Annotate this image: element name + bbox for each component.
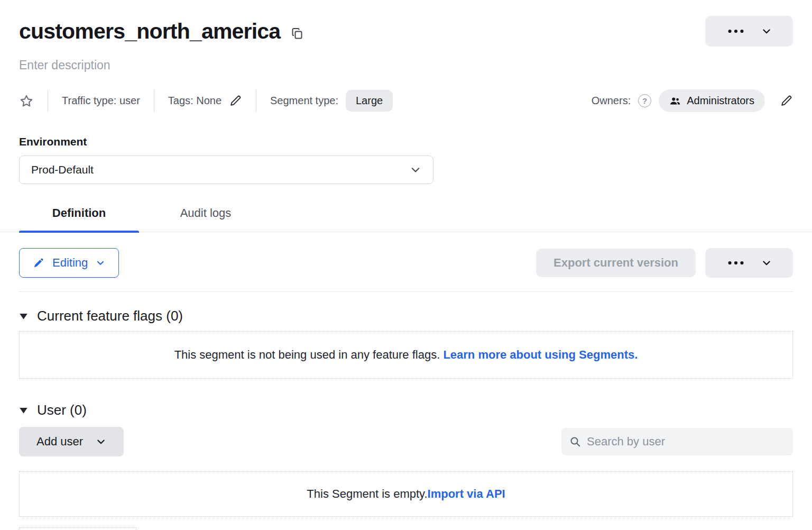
- owners-label: Owners:: [592, 95, 631, 107]
- user-empty-text: This Segment is empty.: [307, 487, 427, 500]
- pencil-icon: [33, 257, 44, 269]
- user-controls-row: Add user: [19, 427, 793, 456]
- triangle-down-icon[interactable]: [19, 313, 28, 320]
- traffic-type-label: Traffic type: user: [62, 95, 140, 107]
- search-by-user-input[interactable]: [587, 435, 786, 449]
- horizontal-divider: [19, 291, 793, 292]
- meta-row: Traffic type: user Tags: None Segment ty…: [19, 89, 793, 112]
- triangle-down-icon[interactable]: [19, 407, 28, 414]
- help-circle-icon[interactable]: ?: [638, 94, 651, 107]
- tab-definition[interactable]: Definition: [19, 206, 139, 232]
- add-user-label: Add user: [36, 435, 83, 449]
- segment-type-label: Segment type:: [270, 95, 338, 107]
- owners-group: Owners: ? Administrators: [592, 89, 793, 112]
- ellipsis-icon: [726, 29, 745, 33]
- environment-label: Environment: [19, 135, 793, 148]
- segment-detail-page: customers_north_america Enter descriptio…: [0, 0, 812, 530]
- ellipsis-icon: [726, 261, 745, 265]
- editing-mode-button[interactable]: Editing: [19, 248, 119, 278]
- environment-select[interactable]: Prod-Default: [19, 156, 433, 184]
- user-search: [561, 428, 793, 455]
- import-via-api-link[interactable]: Import via API: [428, 487, 505, 500]
- page-title: customers_north_america: [19, 19, 280, 44]
- divider: [154, 90, 154, 112]
- clipped-dotted-box: [19, 527, 136, 530]
- export-current-version-button[interactable]: Export current version: [536, 249, 696, 277]
- header-more-actions-button[interactable]: [705, 16, 793, 47]
- divider: [48, 90, 48, 112]
- chevron-down-icon: [96, 258, 105, 268]
- user-empty-state: This Segment is empty.Import via API: [19, 471, 793, 517]
- header: customers_north_america: [19, 16, 793, 47]
- chevron-down-icon: [761, 258, 772, 268]
- tab-bar: Definition Audit logs: [0, 206, 812, 232]
- owners-pill[interactable]: Administrators: [659, 89, 765, 112]
- user-section: User (0) Add user This Segment is empty.…: [19, 402, 793, 530]
- people-icon: [669, 95, 681, 107]
- divider: [256, 90, 256, 112]
- environment-section: Environment Prod-Default: [19, 135, 793, 184]
- chevron-down-icon: [410, 164, 421, 176]
- edit-owners-pencil-icon[interactable]: [780, 94, 793, 107]
- feature-flags-heading-text: Current feature flags (0): [37, 308, 183, 324]
- editing-label: Editing: [52, 256, 88, 270]
- search-icon: [569, 435, 582, 448]
- chevron-down-icon: [96, 436, 106, 447]
- star-icon[interactable]: [19, 94, 34, 108]
- feature-flags-empty-text: This segment is not being used in any fe…: [174, 348, 444, 361]
- description-placeholder[interactable]: Enter description: [19, 58, 793, 72]
- tags-label: Tags: None: [168, 95, 222, 107]
- user-heading: User (0): [19, 402, 793, 418]
- add-user-button[interactable]: Add user: [19, 427, 124, 456]
- copy-icon[interactable]: [291, 27, 303, 40]
- user-heading-text: User (0): [37, 402, 87, 418]
- tab-audit-logs[interactable]: Audit logs: [139, 206, 272, 232]
- edit-tags-pencil-icon[interactable]: [229, 94, 242, 107]
- segment-type-badge: Large: [346, 90, 393, 112]
- owners-value: Administrators: [687, 95, 754, 107]
- definition-toolbar: Editing Export current version: [19, 248, 793, 278]
- feature-flags-empty-state: This segment is not being used in any fe…: [19, 331, 793, 379]
- environment-selected-value: Prod-Default: [31, 163, 94, 176]
- toolbar-more-actions-button[interactable]: [705, 248, 793, 278]
- learn-more-segments-link[interactable]: Learn more about using Segments.: [443, 348, 638, 361]
- feature-flags-section: Current feature flags (0) This segment i…: [19, 308, 793, 379]
- chevron-down-icon: [761, 26, 772, 36]
- feature-flags-heading: Current feature flags (0): [19, 308, 793, 324]
